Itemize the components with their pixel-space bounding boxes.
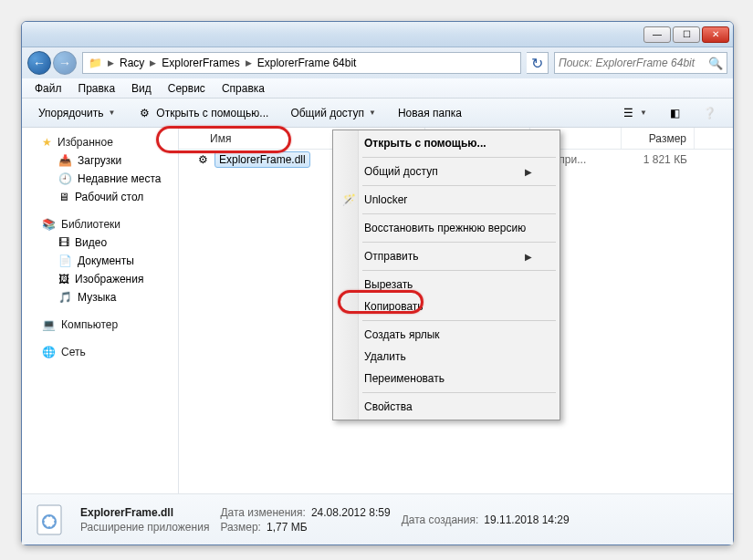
- openwith-button[interactable]: ⚙ Открыть с помощью...: [128, 102, 277, 124]
- unlocker-icon: 🪄: [340, 192, 357, 208]
- music-icon: 🎵: [58, 291, 72, 304]
- details-created-key: Дата создания:: [402, 513, 479, 526]
- chevron-down-icon: ▼: [369, 109, 376, 117]
- sidebar-item-downloads[interactable]: 📥Загрузки: [22, 151, 178, 170]
- dll-icon: ⚙: [195, 152, 210, 167]
- ctx-copy[interactable]: Копировать: [335, 296, 558, 317]
- forward-button[interactable]: →: [53, 51, 77, 75]
- close-button[interactable]: ✕: [702, 26, 729, 43]
- preview-pane-button[interactable]: ◧: [658, 102, 691, 124]
- sidebar: ★Избранное 📥Загрузки 🕘Недавние места 🖥Ра…: [22, 128, 179, 493]
- ctx-restore[interactable]: Восстановить прежнюю версию: [335, 217, 558, 239]
- details-pane: ExplorerFrame.dll Расширение приложения …: [22, 493, 733, 544]
- ctx-props[interactable]: Свойства: [335, 396, 558, 418]
- computer-icon: 💻: [42, 318, 56, 331]
- maximize-button[interactable]: ☐: [673, 26, 700, 43]
- chevron-right-icon: ▶: [108, 58, 114, 67]
- library-icon: 📚: [42, 218, 56, 231]
- chevron-down-icon: ▼: [640, 109, 647, 117]
- sidebar-item-desktop[interactable]: 🖥Рабочий стол: [22, 188, 178, 206]
- sidebar-favorites[interactable]: ★Избранное: [22, 133, 178, 151]
- minimize-button[interactable]: —: [643, 26, 671, 43]
- share-button[interactable]: Общий доступ ▼: [281, 103, 385, 123]
- ctx-cut[interactable]: Вырезать: [335, 274, 558, 296]
- file-name: ExplorerFrame.dll: [214, 151, 310, 168]
- chevron-right-icon: ▶: [150, 58, 156, 67]
- folder-icon: 📁: [83, 57, 108, 69]
- view-mode-button[interactable]: ☰▼: [612, 102, 656, 124]
- submenu-arrow-icon: ▶: [525, 252, 532, 262]
- file-size: 1 821 КБ: [622, 153, 695, 166]
- details-size-val: 1,77 МБ: [267, 521, 308, 534]
- search-input[interactable]: [559, 57, 708, 69]
- refresh-button[interactable]: ↻: [527, 52, 549, 74]
- help-button[interactable]: ❔: [693, 102, 726, 124]
- star-icon: ★: [42, 136, 52, 149]
- chevron-right-icon: ▶: [246, 58, 252, 67]
- network-icon: 🌐: [42, 346, 56, 358]
- search-box[interactable]: 🔍: [554, 52, 727, 74]
- sidebar-item-music[interactable]: 🎵Музыка: [22, 288, 178, 306]
- menu-service[interactable]: Сервис: [161, 80, 213, 97]
- organize-button[interactable]: Упорядочить ▼: [29, 103, 124, 123]
- col-size[interactable]: Размер: [622, 128, 695, 149]
- back-button[interactable]: ←: [27, 51, 51, 75]
- nav-row: ← → 📁 ▶ Racy ▶ ExplorerFrames ▶ Explorer…: [22, 47, 733, 78]
- ctx-share[interactable]: Общий доступ▶: [335, 161, 558, 182]
- sidebar-item-recent[interactable]: 🕘Недавние места: [22, 170, 178, 188]
- nav-buttons: ← →: [27, 51, 77, 75]
- sidebar-item-video[interactable]: 🎞Видео: [22, 233, 178, 252]
- details-filetype: Расширение приложения: [80, 521, 209, 534]
- details-date-key: Дата изменения:: [220, 506, 306, 519]
- menu-help[interactable]: Справка: [214, 80, 272, 97]
- sidebar-item-images[interactable]: 🖼Изображения: [22, 270, 178, 288]
- titlebar: — ☐ ✕: [22, 22, 733, 47]
- ctx-rename[interactable]: Переименовать: [335, 368, 558, 389]
- menu-edit[interactable]: Правка: [71, 80, 123, 97]
- ctx-openwith[interactable]: Открыть с помощью...: [335, 132, 558, 154]
- sidebar-computer[interactable]: 💻Компьютер: [22, 316, 178, 334]
- video-icon: 🎞: [58, 236, 69, 249]
- view-buttons: ☰▼ ◧ ❔: [612, 102, 726, 124]
- openwith-label: Открыть с помощью...: [156, 107, 268, 119]
- ctx-unlocker[interactable]: 🪄Unlocker: [335, 189, 558, 211]
- details-date-val: 24.08.2012 8:59: [311, 506, 391, 519]
- help-icon: ❔: [702, 106, 716, 120]
- search-icon: 🔍: [708, 57, 723, 70]
- download-icon: 📥: [58, 154, 72, 167]
- desktop-icon: 🖥: [58, 191, 69, 203]
- ctx-shortcut[interactable]: Создать ярлык: [335, 324, 558, 346]
- file-large-icon: [31, 501, 69, 539]
- image-icon: 🖼: [58, 273, 69, 285]
- context-menu: Открыть с помощью... Общий доступ▶ 🪄Unlo…: [332, 130, 560, 420]
- sidebar-item-documents[interactable]: 📄Документы: [22, 252, 178, 270]
- submenu-arrow-icon: ▶: [525, 167, 532, 177]
- menu-file[interactable]: Файл: [27, 80, 69, 97]
- details-filename: ExplorerFrame.dll: [80, 506, 209, 519]
- list-icon: ☰: [621, 106, 635, 120]
- menu-view[interactable]: Вид: [124, 80, 159, 97]
- sidebar-libraries[interactable]: 📚Библиотеки: [22, 215, 178, 233]
- share-label: Общий доступ: [290, 107, 364, 119]
- pane-icon: ◧: [667, 106, 682, 120]
- recent-icon: 🕘: [58, 172, 72, 185]
- details-size-key: Размер:: [220, 521, 261, 534]
- breadcrumb-seg[interactable]: ExplorerFrame 64bit: [252, 57, 362, 69]
- app-icon: ⚙: [137, 106, 152, 120]
- details-created-val: 19.11.2018 14:29: [484, 513, 569, 526]
- organize-label: Упорядочить: [38, 107, 103, 119]
- menu-bar: Файл Правка Вид Сервис Справка: [22, 78, 733, 99]
- sidebar-network[interactable]: 🌐Сеть: [22, 343, 178, 361]
- toolbar: Упорядочить ▼ ⚙ Открыть с помощью... Общ…: [22, 99, 733, 128]
- newfolder-label: Новая папка: [398, 107, 462, 119]
- svg-rect-0: [37, 505, 61, 534]
- ctx-delete[interactable]: Удалить: [335, 346, 558, 368]
- address-bar[interactable]: 📁 ▶ Racy ▶ ExplorerFrames ▶ ExplorerFram…: [82, 52, 521, 74]
- chevron-down-icon: ▼: [108, 109, 115, 117]
- newfolder-button[interactable]: Новая папка: [389, 103, 471, 123]
- document-icon: 📄: [58, 254, 72, 267]
- breadcrumb-seg[interactable]: Racy: [114, 57, 150, 69]
- ctx-send[interactable]: Отправить▶: [335, 245, 558, 267]
- breadcrumb-seg[interactable]: ExplorerFrames: [156, 57, 245, 69]
